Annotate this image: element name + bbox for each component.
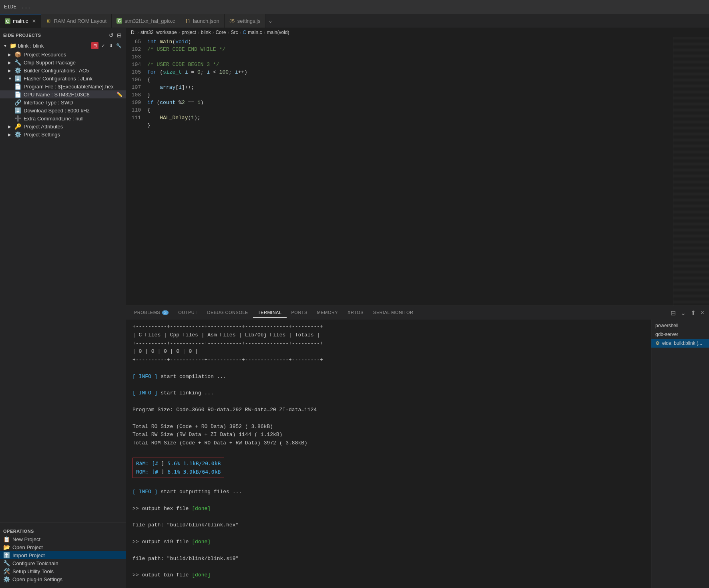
sidebar-item-project-settings[interactable]: ▶ ⚙️ Project Settings: [0, 130, 126, 138]
t-table-border-3: +----------+-----------+-----------+----…: [133, 356, 645, 364]
attrs-label: Project Attributes: [24, 124, 63, 130]
t-ram-line: RAM: [# ] 5.6% 1.1kB/20.0kB: [136, 460, 221, 468]
breadcrumb-core: Core: [215, 30, 226, 35]
terminal-sidebar-gdb[interactable]: gdb-server: [651, 330, 709, 339]
import-project-icon: ⬆️: [3, 552, 10, 558]
extra-cmd-icon: ➕: [14, 115, 21, 122]
sidebar-item-configure-toolchain[interactable]: 🔧 Configure Toolchain: [0, 559, 126, 567]
layout-btn[interactable]: ⊟: [116, 31, 123, 39]
sidebar-item-setup-utility[interactable]: 🛠️ Setup Utility Tools: [0, 567, 126, 575]
tab-main-c-label: main.c: [13, 18, 28, 24]
tab-xrtos[interactable]: XRTOS: [343, 308, 368, 318]
blink-action-3[interactable]: ⬇: [107, 42, 114, 49]
memory-label: MEMORY: [317, 310, 338, 315]
open-project-icon: 📂: [3, 544, 10, 550]
code-editor[interactable]: int main(void) /* USER CODE END WHILE */…: [144, 37, 673, 306]
sidebar-item-chip-support[interactable]: ▶ 🔧 Chip Support Package: [0, 58, 126, 66]
blink-arrow: ▼: [3, 44, 8, 48]
tab-memory[interactable]: MEMORY: [312, 308, 343, 318]
sidebar-item-new-project[interactable]: 📋 New Project: [0, 535, 126, 543]
blink-project-header[interactable]: ▼ 📁 blink : blink ⊞ ✓ ⬇ 🔧: [0, 41, 126, 50]
code-line-106: {: [147, 76, 673, 84]
tab-launch-json[interactable]: { } launch.json: [180, 14, 225, 28]
open-project-label: Open Project: [12, 544, 43, 550]
cpu-icon: 📄: [14, 91, 21, 98]
tab-terminal[interactable]: TERMINAL: [253, 308, 287, 318]
panel-maximize-btn[interactable]: ⬆: [689, 308, 697, 318]
flasher-icon: ⬇️: [14, 75, 21, 82]
blink-action-4[interactable]: 🔧: [115, 42, 123, 49]
flasher-label: Flasher Configurations : JLink: [24, 76, 92, 82]
tab-ports[interactable]: PORTS: [287, 308, 312, 318]
t-blank-2: [133, 381, 645, 390]
sidebar-item-builder-config[interactable]: ▶ ⚙️ Builder Configurations : AC5: [0, 66, 126, 74]
operations-header: OPERATIONS: [0, 527, 126, 535]
tab-debug-console[interactable]: DEBUG CONSOLE: [202, 308, 253, 318]
panel-layout-btn[interactable]: ⊟: [669, 308, 677, 318]
sidebar-item-import-project[interactable]: ⬆️ Import Project: [0, 551, 126, 559]
refresh-btn[interactable]: ↺: [108, 31, 114, 39]
proj-settings-label: Project Settings: [24, 132, 60, 138]
breadcrumb-project: project: [182, 30, 196, 35]
c2-icon: C: [116, 18, 122, 24]
code-line-107: array[i]++;: [147, 84, 673, 91]
blink-action-1[interactable]: ⊞: [91, 42, 98, 49]
sidebar-item-extra-cmdline[interactable]: ➕ Extra CommandLine : null: [0, 114, 126, 122]
attrs-icon: 🔑: [14, 123, 21, 130]
t-total-ro: Total RO Size (Code + RO Data) 3952 ( 3.…: [133, 423, 645, 431]
ram-rom-box: RAM: [# ] 5.6% 1.1kB/20.0kB ROM: [# ] 6.…: [133, 458, 224, 478]
breadcrumb-mainc: main.c: [248, 30, 262, 35]
terminal-output[interactable]: +----------+-----------+-----------+----…: [126, 320, 651, 588]
main-area: EIDE PROJECTS ↺ ⊟ ▼ 📁 blink : blink ⊞ ✓ …: [0, 28, 709, 588]
title-overflow[interactable]: ...: [21, 4, 30, 10]
tab-hal-gpio[interactable]: C stm32f1xx_hal_gpio.c: [112, 14, 180, 28]
terminal-sidebar-eide[interactable]: ⚙ eide: build:blink (...: [651, 339, 709, 348]
editor-area: 65 102 103 104 105 106 107 108 109 110 1…: [126, 37, 709, 306]
tab-main-c-close[interactable]: ×: [32, 18, 36, 24]
problems-label: PROBLEMS: [134, 310, 160, 315]
sidebar-item-flasher-config[interactable]: ▼ ⬇️ Flasher Configurations : JLink: [0, 74, 126, 82]
tab-output[interactable]: OUTPUT: [173, 308, 202, 318]
t-blank-10: [133, 546, 645, 555]
sidebar-item-open-project[interactable]: 📂 Open Project: [0, 543, 126, 551]
panel-tabs: PROBLEMS 3 OUTPUT DEBUG CONSOLE TERMINAL…: [126, 306, 709, 320]
tab-problems[interactable]: PROBLEMS 3: [129, 308, 173, 318]
tab-serial-monitor[interactable]: SERIAL MONITOR: [368, 308, 418, 318]
json-icon: { }: [185, 18, 191, 24]
t-hex-output: >> output hex file [done]: [133, 505, 645, 513]
output-label: OUTPUT: [178, 310, 197, 315]
sidebar-item-project-attrs[interactable]: ▶ 🔑 Project Attributes: [0, 122, 126, 130]
t-program-size: Program Size: Code=3660 RO-data=292 RW-d…: [133, 406, 645, 414]
c-icon: C: [5, 18, 10, 24]
sidebar-actions: ↺ ⊟: [108, 31, 123, 39]
blink-action-2[interactable]: ✓: [99, 42, 106, 49]
program-file-icon: 📄: [14, 83, 21, 90]
t-table-border-2: +----------+-----------+-----------+----…: [133, 340, 645, 348]
tab-settings-js[interactable]: JS settings.js: [225, 14, 266, 28]
program-file-label: Program File : ${ExecutableName}.hex: [24, 84, 114, 90]
proj-resources-label: Project Resources: [24, 52, 66, 58]
terminal-sidebar-powershell[interactable]: powershell: [651, 321, 709, 330]
sidebar-item-program-file[interactable]: 📄 Program File : ${ExecutableName}.hex: [0, 82, 126, 90]
tabs-overflow[interactable]: ⌄: [265, 14, 275, 28]
minimap: [673, 37, 709, 306]
t-s19-output: >> output s19 file [done]: [133, 538, 645, 546]
tab-main-c[interactable]: C main.c ×: [0, 14, 41, 28]
sidebar-item-open-plugin[interactable]: ⚙️ Open plug-in Settings: [0, 575, 126, 583]
sidebar-item-project-resources[interactable]: ▶ 📦 Project Resources: [0, 50, 126, 58]
sidebar-item-download-speed[interactable]: ⬇️ Download Speed : 8000 kHz: [0, 106, 126, 114]
tab-ram-rom[interactable]: ⊞ RAM And ROM Layout: [41, 14, 112, 28]
builder-label: Builder Configurations : AC5: [24, 68, 89, 74]
code-line-112: }: [147, 122, 673, 129]
sidebar-item-cpu-name[interactable]: 📄 CPU Name : STM32F103C8 ✏️: [0, 90, 126, 98]
panel-close-btn[interactable]: ×: [699, 308, 706, 317]
tab-hal-gpio-label: stm32f1xx_hal_gpio.c: [125, 18, 175, 24]
sidebar-item-interface-type[interactable]: 🔗 Interface Type : SWD: [0, 98, 126, 106]
edit-icon[interactable]: ✏️: [116, 92, 123, 97]
tabs-bar: C main.c × ⊞ RAM And ROM Layout C stm32f…: [0, 14, 709, 28]
code-line-105: for (size_t i = 0; i < 100; i++): [147, 68, 673, 76]
problems-badge: 3: [162, 310, 169, 315]
t-blank-7: [133, 496, 645, 505]
panel-chevron-btn[interactable]: ⌄: [679, 308, 687, 318]
setup-utility-icon: 🛠️: [3, 568, 10, 574]
